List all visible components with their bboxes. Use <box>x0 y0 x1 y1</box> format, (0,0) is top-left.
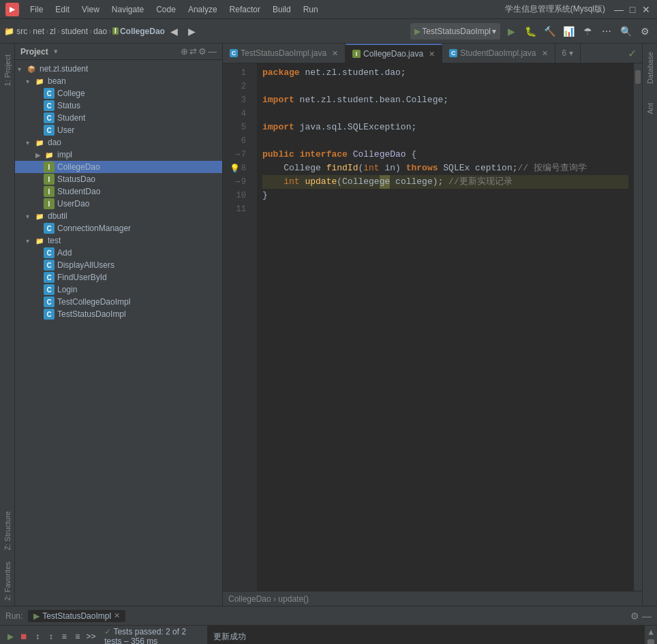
menu-analyze[interactable]: Analyze <box>183 3 223 16</box>
panel-settings-btn[interactable]: ⚙ <box>630 611 639 622</box>
code-line-1: package net.zl.student.dao; <box>262 66 628 80</box>
tab-close-college-dao[interactable]: ✕ <box>429 50 435 59</box>
menu-code[interactable]: Code <box>151 3 181 16</box>
tree-item-connection-manager[interactable]: C ConnectionManager <box>15 222 222 234</box>
app-title: 学生信息管理系统(Mysql版) <box>505 3 605 15</box>
gutter-bulb-8[interactable]: 💡 <box>230 164 240 174</box>
filter-btn[interactable]: ≡ <box>59 629 70 644</box>
database-panel-label[interactable]: Database <box>645 46 656 89</box>
tab-close-test-status[interactable]: ✕ <box>332 49 338 58</box>
class-icon-test-status-dao-impl: C <box>44 309 55 320</box>
debug-button[interactable]: 🐛 <box>522 23 538 40</box>
right-panel: Database Ant <box>642 44 657 606</box>
stop-btn[interactable]: ⏹ <box>19 629 30 644</box>
menu-file[interactable]: File <box>25 3 48 16</box>
left-panel: 1: Project Z: Structure 2: Favorites <box>0 44 15 606</box>
menu-navigate[interactable]: Navigate <box>106 3 149 16</box>
sidebar-collapse-btn[interactable]: — <box>208 46 217 57</box>
interface-icon-student-dao: I <box>44 186 55 197</box>
tree-item-add[interactable]: C Add <box>15 247 222 259</box>
editor-footer: CollegeDao › update() <box>223 591 642 606</box>
tree-item-root[interactable]: ▾ 📦 net.zl.student <box>15 63 222 75</box>
pass-icon: ✓ <box>104 627 111 637</box>
sidebar-add-btn[interactable]: ⊕ <box>181 46 188 57</box>
favorites-panel-label[interactable]: 2: Favorites <box>2 556 13 606</box>
code-line-9: int update(Collegege college); //更新实现记录 <box>262 175 628 189</box>
close-button[interactable]: ✕ <box>641 4 652 15</box>
tab-student-dao-impl[interactable]: C StudentDaoImpl.java ✕ <box>442 44 555 63</box>
menu-refactor[interactable]: Refactor <box>224 3 266 16</box>
run-config-dropdown[interactable]: ▶ TestStatusDaoImpl ▾ <box>410 23 500 40</box>
gutter-arrow-7[interactable]: → <box>235 150 240 159</box>
impl-package-icon: 📁 <box>44 149 55 160</box>
more-button[interactable]: ⋯ <box>598 23 615 40</box>
menu-build[interactable]: Build <box>267 3 296 16</box>
toolbar: 📁 src › net › zl › student › dao › I Col… <box>0 19 657 44</box>
code-line-7: public interface CollegeDao { <box>262 148 628 162</box>
scrollbar-thumb[interactable] <box>635 70 641 84</box>
back-button[interactable]: ◀ <box>166 23 183 40</box>
tree-item-find-user-by-id[interactable]: C FindUserById <box>15 271 222 283</box>
ant-panel-label[interactable]: Ant <box>645 97 656 120</box>
tab-college-dao[interactable]: I CollegeDao.java ✕ <box>346 44 442 63</box>
run-all-btn[interactable]: ▶ <box>5 629 16 644</box>
menu-view[interactable]: View <box>76 3 105 16</box>
minimize-button[interactable]: — <box>613 4 624 15</box>
settings-button[interactable]: ⚙ <box>637 23 653 40</box>
rerun-failed-btn[interactable]: ↕ <box>32 629 43 644</box>
tree-item-status-dao[interactable]: I StatusDao <box>15 173 222 185</box>
tree-item-impl[interactable]: ▶ 📁 impl <box>15 149 222 161</box>
maximize-button[interactable]: □ <box>627 4 638 15</box>
tab-extra[interactable]: 6 ▾ <box>555 44 581 63</box>
tree-item-college-class[interactable]: C College <box>15 87 222 99</box>
search-button[interactable]: 🔍 <box>617 23 634 40</box>
sidebar: Project ▾ ⊕ ⇄ ⚙ — ▾ 📦 net.zl.student ▾ 📁… <box>15 44 223 606</box>
tree-item-dbutil[interactable]: ▾ 📁 dbutil <box>15 210 222 222</box>
dbutil-package-icon: 📁 <box>34 211 45 221</box>
code-line-6 <box>262 134 628 148</box>
tree-item-dao[interactable]: ▾ 📁 dao <box>15 136 222 149</box>
menu-edit[interactable]: Edit <box>50 3 75 16</box>
tree-item-student-class[interactable]: C Student <box>15 112 222 124</box>
tree-item-test-college-dao-impl[interactable]: C TestCollegeDaoImpl <box>15 296 222 308</box>
gutter-arrow-9[interactable]: → <box>235 177 240 187</box>
tree-item-status-class[interactable]: C Status <box>15 99 222 112</box>
panel-minimize-btn[interactable]: — <box>642 611 652 622</box>
scroll-up-btn[interactable]: ▲ <box>645 626 657 638</box>
bottom-panel: Run: ▶ TestStatusDaoImpl ✕ ⚙ — ▶ ⏹ ↕ ↕ ≡… <box>0 606 657 644</box>
profile-button[interactable]: 📊 <box>560 23 577 40</box>
tree-item-display-all-users[interactable]: C DisplayAllUsers <box>15 259 222 271</box>
code-editor[interactable]: 1 2 3 4 5 6 → 7 💡 8 → 9 10 11 <box>223 63 642 591</box>
tree-item-college-dao[interactable]: I CollegeDao <box>15 161 222 173</box>
more-run-btn[interactable]: >> <box>86 629 97 644</box>
code-content[interactable]: package net.zl.student.dao; import net.z… <box>257 63 634 591</box>
run-button[interactable]: ▶ <box>503 23 519 40</box>
tree-item-test-status-dao-impl[interactable]: C TestStatusDaoImpl <box>15 308 222 320</box>
tab-close-student-dao[interactable]: ✕ <box>542 49 548 58</box>
filter2-btn[interactable]: ≡ <box>72 629 83 644</box>
menu-run[interactable]: Run <box>298 3 324 16</box>
sidebar-sync-btn[interactable]: ⇄ <box>189 46 197 57</box>
tab-test-status-dao-impl[interactable]: C TestStatusDaoImpl.java ✕ <box>223 44 346 63</box>
run-config-close[interactable]: ✕ <box>114 611 120 620</box>
build-button[interactable]: 🔨 <box>541 23 557 40</box>
forward-button[interactable]: ▶ <box>184 23 200 40</box>
sort-btn[interactable]: ↕ <box>46 629 57 644</box>
run-status: Tests passed: 2 of 2 tests – 356 ms <box>104 627 186 645</box>
tree-item-student-dao[interactable]: I StudentDao <box>15 185 222 198</box>
tree-item-test[interactable]: ▾ 📁 test <box>15 234 222 247</box>
bean-package-icon: 📁 <box>34 76 45 87</box>
tree-item-user-class[interactable]: C User <box>15 124 222 136</box>
tree-item-login[interactable]: C Login <box>15 283 222 296</box>
tree-item-user-dao[interactable]: I UserDao <box>15 198 222 210</box>
sidebar-tree: ▾ 📦 net.zl.student ▾ 📁 bean C College C … <box>15 60 222 606</box>
sidebar-settings-btn[interactable]: ⚙ <box>198 46 207 57</box>
test-tree-panel: ▶ ⏹ ↕ ↕ ≡ ≡ >> ✓ Tests passed: 2 of 2 te… <box>0 626 208 644</box>
structure-panel-label[interactable]: Z: Structure <box>2 506 13 555</box>
coverage-button[interactable]: ☂ <box>579 23 596 40</box>
tree-item-bean[interactable]: ▾ 📁 bean <box>15 75 222 87</box>
editor-scrollbar[interactable] <box>634 63 642 591</box>
test-package-icon: 📁 <box>34 235 45 246</box>
project-panel-label[interactable]: 1: Project <box>2 49 13 91</box>
run-content: ▶ ⏹ ↕ ↕ ≡ ≡ >> ✓ Tests passed: 2 of 2 te… <box>0 626 657 644</box>
